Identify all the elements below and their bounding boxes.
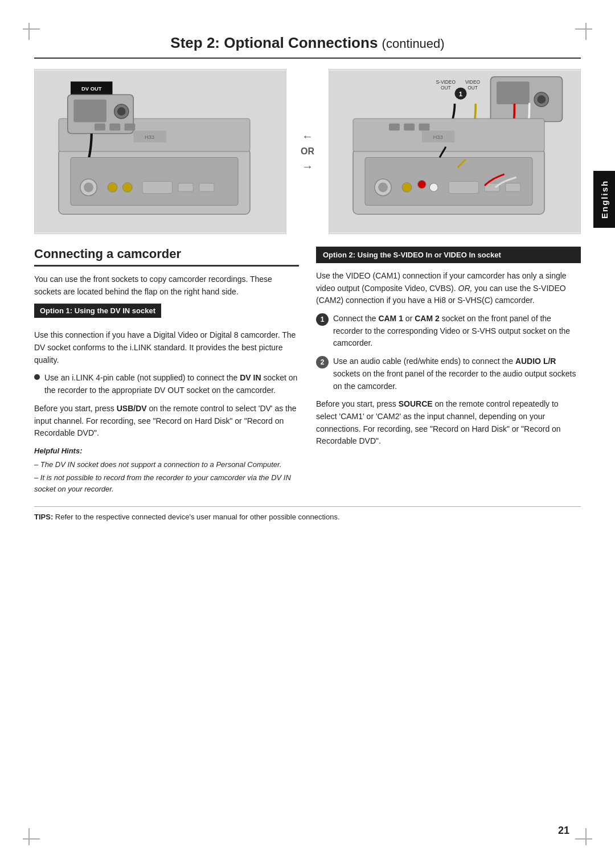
step2-text: Use an audio cable (red/white ends) to c… bbox=[333, 355, 581, 392]
svg-rect-21 bbox=[109, 124, 120, 131]
svg-text:DV OUT: DV OUT bbox=[81, 85, 102, 92]
corner-mark-bl bbox=[23, 838, 40, 840]
step2-item: 2 Use an audio cable (red/white ends) to… bbox=[316, 355, 581, 392]
corner-mark-vbr bbox=[585, 828, 587, 845]
option1-desc: Use this connection if you have a Digita… bbox=[34, 329, 299, 366]
language-tab: English bbox=[593, 171, 615, 228]
svg-text:H33: H33 bbox=[145, 134, 154, 140]
option1-label: Option 1: Using the DV IN socket bbox=[34, 304, 161, 318]
corner-mark-tl bbox=[23, 28, 40, 30]
svg-rect-54 bbox=[449, 182, 479, 194]
section-title: Connecting a camcorder bbox=[34, 247, 299, 267]
svg-rect-17 bbox=[199, 183, 214, 192]
corner-mark-vtr bbox=[585, 23, 587, 40]
tips-line: TIPS: Refer to the respective connected … bbox=[34, 506, 581, 523]
svg-rect-22 bbox=[125, 124, 136, 131]
main-content: Step 2: Optional Connections (continued)… bbox=[34, 34, 581, 828]
text-columns: Connecting a camcorder You can use the f… bbox=[34, 247, 581, 501]
corner-mark-vtl bbox=[28, 23, 30, 40]
intro-text: You can use the front sockets to copy ca… bbox=[34, 273, 299, 298]
svg-rect-58 bbox=[404, 124, 415, 131]
svg-rect-48 bbox=[365, 158, 532, 206]
svg-rect-56 bbox=[506, 183, 520, 192]
svg-point-52 bbox=[417, 180, 426, 189]
svg-point-14 bbox=[122, 183, 132, 193]
para2: Before you start, press SOURCE on the re… bbox=[316, 398, 581, 448]
helpful-hints: Helpful Hints: – The DV IN socket does n… bbox=[34, 445, 299, 496]
svg-text:OUT: OUT bbox=[441, 85, 451, 91]
svg-point-8 bbox=[117, 107, 126, 116]
svg-rect-37 bbox=[497, 81, 530, 104]
svg-rect-57 bbox=[389, 124, 400, 131]
svg-text:1: 1 bbox=[459, 91, 463, 97]
svg-text:H33: H33 bbox=[433, 134, 442, 140]
svg-rect-20 bbox=[95, 124, 105, 131]
step1-num: 1 bbox=[316, 313, 329, 326]
svg-point-51 bbox=[402, 183, 412, 193]
corner-mark-br bbox=[575, 838, 592, 840]
left-column: Connecting a camcorder You can use the f… bbox=[34, 247, 299, 501]
page-title: Step 2: Optional Connections (continued) bbox=[34, 34, 581, 59]
svg-point-12 bbox=[84, 183, 93, 193]
corner-mark-tr bbox=[575, 28, 592, 30]
right-column: Option 2: Using the S-VIDEO In or VIDEO … bbox=[316, 247, 581, 501]
bullet-item-1: Use an i.LINK 4-pin cable (not supplied)… bbox=[34, 372, 299, 396]
svg-point-53 bbox=[429, 183, 438, 192]
svg-rect-6 bbox=[73, 100, 106, 122]
bullet-text-1: Use an i.LINK 4-pin cable (not supplied)… bbox=[44, 372, 299, 396]
para1: Before you start, press USB/DV on the re… bbox=[34, 403, 299, 440]
step1-text: Connect the CAM 1 or CAM 2 socket on the… bbox=[333, 313, 581, 350]
or-divider: ← OR → bbox=[298, 69, 317, 234]
svg-rect-59 bbox=[419, 124, 430, 131]
step2-num: 2 bbox=[316, 356, 329, 369]
svg-point-39 bbox=[537, 95, 546, 104]
svg-text:OUT: OUT bbox=[468, 85, 478, 91]
svg-rect-16 bbox=[178, 183, 193, 192]
diagram-right: S-VIDEO OUT VIDEO OUT AUDIO OUT L R 1 2 bbox=[329, 69, 581, 234]
diagram-left: DV OUT bbox=[34, 69, 286, 234]
bullet-dot bbox=[34, 374, 40, 380]
step1-item: 1 Connect the CAM 1 or CAM 2 socket on t… bbox=[316, 313, 581, 350]
corner-mark-vbl bbox=[28, 828, 30, 845]
diagrams-row: DV OUT bbox=[34, 69, 581, 234]
option2-label: Option 2: Using the S-VIDEO In or VIDEO … bbox=[316, 247, 581, 263]
svg-point-13 bbox=[108, 183, 117, 193]
svg-rect-15 bbox=[142, 182, 173, 194]
svg-point-50 bbox=[378, 183, 388, 193]
option2-intro: Use the VIDEO (CAM1) connection if your … bbox=[316, 270, 581, 307]
